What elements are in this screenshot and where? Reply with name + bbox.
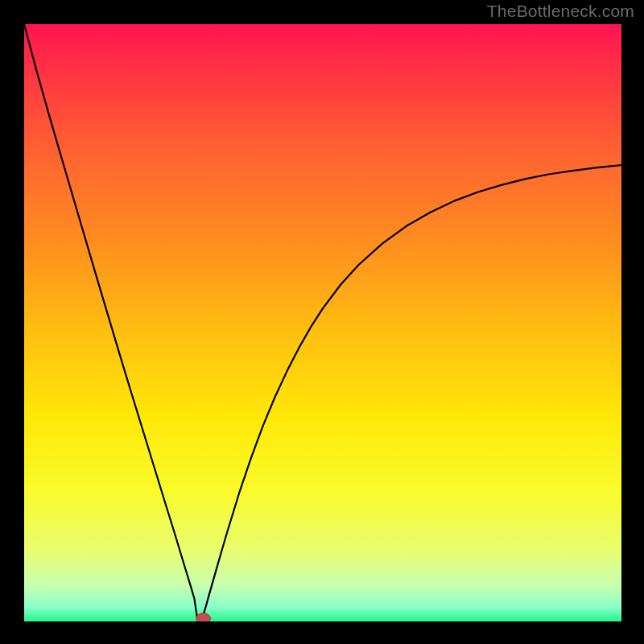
watermark-text: TheBottleneck.com <box>487 2 634 21</box>
gradient-background <box>24 24 621 621</box>
plot-svg <box>24 24 621 621</box>
chart-frame: TheBottleneck.com <box>0 0 644 644</box>
plot-area <box>24 24 621 621</box>
min-marker <box>196 613 211 621</box>
